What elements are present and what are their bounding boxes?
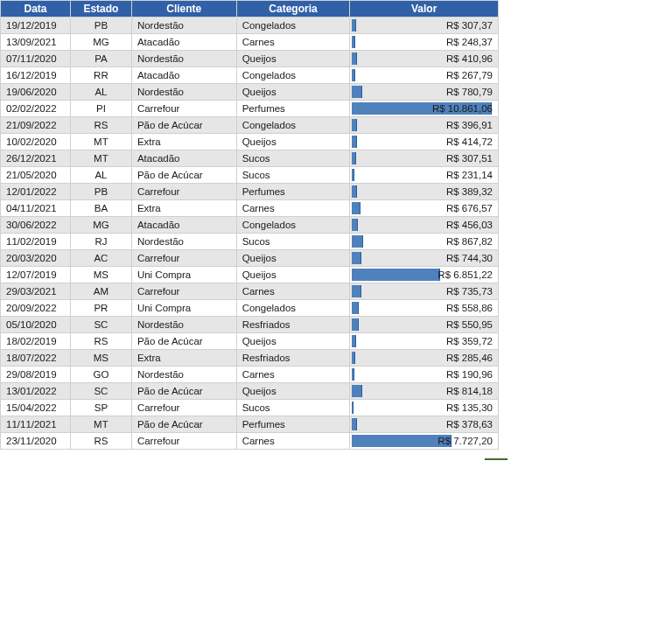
cell-estado[interactable]: GO xyxy=(70,367,131,383)
cell-valor[interactable]: R$ 558,86 xyxy=(350,300,499,317)
cell-cliente[interactable]: Carrefour xyxy=(131,433,236,450)
cell-categoria[interactable]: Queijos xyxy=(236,51,350,67)
cell-estado[interactable]: PB xyxy=(70,17,131,34)
cell-cliente[interactable]: Carrefour xyxy=(131,250,236,267)
cell-categoria[interactable]: Carnes xyxy=(236,283,350,300)
cell-cliente[interactable]: Uni Compra xyxy=(131,267,236,283)
cell-categoria[interactable]: Congelados xyxy=(236,67,350,84)
cell-cliente[interactable]: Atacadão xyxy=(131,217,236,234)
cell-valor[interactable]: R$ 735,73 xyxy=(350,283,499,300)
header-categoria[interactable]: Categoria xyxy=(236,1,350,17)
cell-data[interactable]: 20/09/2022 xyxy=(1,300,71,317)
cell-categoria[interactable]: Sucos xyxy=(236,400,350,416)
cell-cliente[interactable]: Nordestão xyxy=(131,234,236,250)
cell-data[interactable]: 20/03/2020 xyxy=(1,250,71,267)
table-row[interactable]: 29/03/2021AMCarrefourCarnesR$ 735,73 xyxy=(1,283,499,300)
cell-data[interactable]: 21/09/2022 xyxy=(1,117,71,134)
cell-data[interactable]: 19/12/2019 xyxy=(1,17,71,34)
table-row[interactable]: 11/11/2021MTPão de AcúcarPerfumesR$ 378,… xyxy=(1,416,499,433)
cell-valor[interactable]: R$ 10.861,06 xyxy=(350,101,499,117)
cell-cliente[interactable]: Uni Compra xyxy=(131,300,236,317)
cell-cliente[interactable]: Atacadão xyxy=(131,67,236,84)
table-row[interactable]: 21/05/2020ALPão de AcúcarSucosR$ 231,14 xyxy=(1,167,499,184)
cell-valor[interactable]: R$ 410,96 xyxy=(350,51,499,67)
cell-cliente[interactable]: Nordestão xyxy=(131,367,236,383)
cell-estado[interactable]: PR xyxy=(70,300,131,317)
cell-estado[interactable]: PA xyxy=(70,51,131,67)
cell-data[interactable]: 12/01/2022 xyxy=(1,184,71,200)
cell-valor[interactable]: R$ 359,72 xyxy=(350,333,499,350)
cell-cliente[interactable]: Pão de Acúcar xyxy=(131,117,236,134)
cell-valor[interactable]: R$ 267,79 xyxy=(350,67,499,84)
cell-data[interactable]: 12/07/2019 xyxy=(1,267,71,283)
cell-estado[interactable]: MG xyxy=(70,217,131,234)
cell-cliente[interactable]: Carrefour xyxy=(131,400,236,416)
cell-data[interactable]: 23/11/2020 xyxy=(1,433,71,450)
cell-estado[interactable]: RR xyxy=(70,67,131,84)
cell-cliente[interactable]: Extra xyxy=(131,350,236,367)
cell-estado[interactable]: SC xyxy=(70,383,131,400)
cell-cliente[interactable]: Pão de Acúcar xyxy=(131,416,236,433)
cell-categoria[interactable]: Perfumes xyxy=(236,101,350,117)
cell-categoria[interactable]: Perfumes xyxy=(236,416,350,433)
header-cliente[interactable]: Cliente xyxy=(131,1,236,17)
cell-valor[interactable]: R$ 231,14 xyxy=(350,167,499,184)
cell-data[interactable]: 05/10/2020 xyxy=(1,317,71,333)
cell-categoria[interactable]: Queijos xyxy=(236,250,350,267)
cell-cliente[interactable]: Nordestão xyxy=(131,84,236,101)
cell-categoria[interactable]: Carnes xyxy=(236,433,350,450)
cell-categoria[interactable]: Congelados xyxy=(236,17,350,34)
cell-estado[interactable]: MT xyxy=(70,150,131,167)
header-estado[interactable]: Estado xyxy=(70,1,131,17)
cell-estado[interactable]: MS xyxy=(70,267,131,283)
cell-cliente[interactable]: Carrefour xyxy=(131,283,236,300)
table-row[interactable]: 13/01/2022SCPão de AcúcarQueijosR$ 814,1… xyxy=(1,383,499,400)
cell-categoria[interactable]: Perfumes xyxy=(236,184,350,200)
table-row[interactable]: 18/02/2019RSPão de AcúcarQueijosR$ 359,7… xyxy=(1,333,499,350)
table-row[interactable]: 15/04/2022SPCarrefourSucosR$ 135,30 xyxy=(1,400,499,416)
cell-valor[interactable]: R$ 307,37 xyxy=(350,17,499,34)
cell-valor[interactable]: R$ 378,63 xyxy=(350,416,499,433)
cell-categoria[interactable]: Congelados xyxy=(236,217,350,234)
cell-data[interactable]: 16/12/2019 xyxy=(1,67,71,84)
cell-data[interactable]: 19/06/2020 xyxy=(1,84,71,101)
cell-valor[interactable]: R$ 6.851,22 xyxy=(350,267,499,283)
cell-valor[interactable]: R$ 307,51 xyxy=(350,150,499,167)
cell-valor[interactable]: R$ 456,03 xyxy=(350,217,499,234)
cell-categoria[interactable]: Sucos xyxy=(236,150,350,167)
data-table[interactable]: Data Estado Cliente Categoria Valor 19/1… xyxy=(0,0,499,450)
table-row[interactable]: 19/06/2020ALNordestãoQueijosR$ 780,79 xyxy=(1,84,499,101)
table-row[interactable]: 07/11/2020PANordestãoQueijosR$ 410,96 xyxy=(1,51,499,67)
cell-valor[interactable]: R$ 814,18 xyxy=(350,383,499,400)
cell-data[interactable]: 18/07/2022 xyxy=(1,350,71,367)
cell-data[interactable]: 21/05/2020 xyxy=(1,167,71,184)
cell-categoria[interactable]: Sucos xyxy=(236,234,350,250)
cell-cliente[interactable]: Nordestão xyxy=(131,17,236,34)
cell-data[interactable]: 26/12/2021 xyxy=(1,150,71,167)
cell-estado[interactable]: SP xyxy=(70,400,131,416)
cell-cliente[interactable]: Carrefour xyxy=(131,101,236,117)
cell-cliente[interactable]: Pão de Acúcar xyxy=(131,167,236,184)
table-row[interactable]: 20/09/2022PRUni CompraCongeladosR$ 558,8… xyxy=(1,300,499,317)
cell-estado[interactable]: RS xyxy=(70,433,131,450)
cell-data[interactable]: 02/02/2022 xyxy=(1,101,71,117)
header-data[interactable]: Data xyxy=(1,1,71,17)
cell-estado[interactable]: PB xyxy=(70,184,131,200)
cell-estado[interactable]: RJ xyxy=(70,234,131,250)
cell-data[interactable]: 30/06/2022 xyxy=(1,217,71,234)
cell-data[interactable]: 13/01/2022 xyxy=(1,383,71,400)
cell-estado[interactable]: AL xyxy=(70,167,131,184)
cell-estado[interactable]: AC xyxy=(70,250,131,267)
cell-valor[interactable]: R$ 190,96 xyxy=(350,367,499,383)
cell-cliente[interactable]: Carrefour xyxy=(131,184,236,200)
cell-categoria[interactable]: Queijos xyxy=(236,267,350,283)
cell-cliente[interactable]: Atacadão xyxy=(131,150,236,167)
cell-data[interactable]: 29/03/2021 xyxy=(1,283,71,300)
cell-categoria[interactable]: Queijos xyxy=(236,134,350,150)
header-valor[interactable]: Valor xyxy=(350,1,499,17)
table-row[interactable]: 16/12/2019RRAtacadãoCongeladosR$ 267,79 xyxy=(1,67,499,84)
cell-cliente[interactable]: Nordestão xyxy=(131,317,236,333)
cell-categoria[interactable]: Carnes xyxy=(236,367,350,383)
cell-estado[interactable]: MT xyxy=(70,134,131,150)
cell-categoria[interactable]: Resfriados xyxy=(236,350,350,367)
